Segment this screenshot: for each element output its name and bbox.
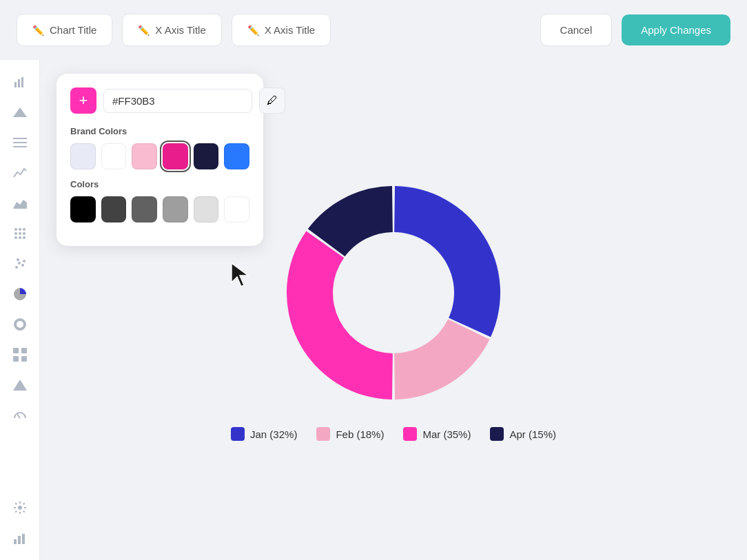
svg-point-12 xyxy=(14,232,17,235)
settings-bottom-icon[interactable] xyxy=(9,497,31,519)
svg-rect-0 xyxy=(14,82,17,87)
color-swatch-white2[interactable] xyxy=(224,196,249,222)
svg-marker-28 xyxy=(13,380,27,391)
svg-rect-31 xyxy=(14,539,17,544)
legend-item-jan: Jan (32%) xyxy=(231,427,297,441)
svg-point-22 xyxy=(23,260,25,262)
circle-icon[interactable] xyxy=(9,313,31,335)
brand-swatch-dark-navy[interactable] xyxy=(194,143,219,169)
legend-item-feb: Feb (18%) xyxy=(316,427,384,441)
svg-rect-25 xyxy=(21,348,27,353)
list-icon[interactable] xyxy=(9,132,31,154)
donut-chart xyxy=(228,165,559,420)
x-axis-title-button-1[interactable]: ✏️ X Axis Title xyxy=(122,14,221,46)
cp-add-button[interactable]: + xyxy=(70,87,96,114)
eyedrop-icon: 🖊 xyxy=(267,94,278,107)
gauge-icon[interactable] xyxy=(9,404,31,426)
cancel-label: Cancel xyxy=(560,24,593,36)
apply-changes-button[interactable]: Apply Changes xyxy=(622,14,730,45)
svg-line-29 xyxy=(17,414,20,418)
legend-label-feb: Feb (18%) xyxy=(336,428,384,440)
main-area: + 🖊 Brand Colors Colors xyxy=(0,60,747,560)
cp-hex-input[interactable] xyxy=(103,89,252,113)
line-chart-icon[interactable] xyxy=(9,162,31,184)
svg-point-11 xyxy=(23,228,25,231)
svg-marker-4 xyxy=(13,107,27,117)
svg-rect-24 xyxy=(13,348,19,353)
svg-rect-33 xyxy=(22,534,25,544)
svg-point-30 xyxy=(18,506,22,510)
x-axis-title-label-2: X Axis Title xyxy=(265,24,315,36)
color-swatch-medium-gray[interactable] xyxy=(132,196,157,222)
table-grid-icon[interactable] xyxy=(9,344,31,366)
chart-title-label: Chart Title xyxy=(50,24,96,36)
legend-label-apr: Apr (15%) xyxy=(509,428,556,440)
color-swatch-light-gray[interactable] xyxy=(194,196,219,222)
area-chart-icon[interactable] xyxy=(9,192,31,214)
pencil-icon-2: ✏️ xyxy=(138,25,150,36)
chart-legend: Jan (32%) Feb (18%) Mar (35%) Apr (15%) xyxy=(231,427,556,441)
svg-rect-6 xyxy=(13,142,27,143)
legend-swatch-jan xyxy=(231,427,245,441)
pencil-icon: ✏️ xyxy=(32,25,44,36)
sidebar xyxy=(0,60,40,560)
cancel-button[interactable]: Cancel xyxy=(540,14,613,46)
brand-colors-label: Brand Colors xyxy=(70,126,249,136)
svg-marker-8 xyxy=(13,200,27,209)
svg-point-10 xyxy=(19,228,21,231)
x-axis-title-label-1: X Axis Title xyxy=(155,24,205,36)
scatter-icon[interactable] xyxy=(9,253,31,275)
bar-chart-icon[interactable] xyxy=(9,71,31,93)
legend-label-jan: Jan (32%) xyxy=(250,428,297,440)
bar-detail-icon[interactable] xyxy=(9,527,31,549)
brand-colors-row xyxy=(70,143,249,169)
legend-item-apr: Apr (15%) xyxy=(490,427,556,441)
svg-point-13 xyxy=(19,232,21,235)
x-axis-title-button-2[interactable]: ✏️ X Axis Title xyxy=(232,14,331,46)
color-picker-popup: + 🖊 Brand Colors Colors xyxy=(57,74,263,246)
pencil-icon-3: ✏️ xyxy=(247,25,259,36)
brand-swatch-light-lavender[interactable] xyxy=(70,143,96,169)
cp-top-row: + 🖊 xyxy=(70,87,249,114)
colors-row xyxy=(70,196,249,222)
color-swatch-dark-gray[interactable] xyxy=(101,196,127,222)
svg-point-23 xyxy=(15,320,25,329)
colors-label: Colors xyxy=(70,179,249,189)
svg-rect-2 xyxy=(21,77,23,87)
brand-swatch-bright-blue[interactable] xyxy=(224,143,249,169)
svg-rect-27 xyxy=(21,356,27,362)
svg-rect-5 xyxy=(13,138,27,139)
color-swatch-gray[interactable] xyxy=(163,196,188,222)
legend-label-mar: Mar (35%) xyxy=(422,428,471,440)
legend-swatch-feb xyxy=(316,427,330,441)
brand-swatch-white[interactable] xyxy=(101,143,127,169)
svg-point-19 xyxy=(18,262,21,265)
svg-point-16 xyxy=(19,236,21,239)
triangle-icon[interactable] xyxy=(9,374,31,396)
svg-rect-1 xyxy=(18,79,20,87)
legend-swatch-mar xyxy=(403,427,417,441)
svg-point-20 xyxy=(21,264,24,267)
svg-point-15 xyxy=(14,236,17,239)
svg-point-9 xyxy=(14,228,17,231)
svg-point-14 xyxy=(23,232,25,235)
svg-rect-32 xyxy=(18,536,21,544)
brand-swatch-hot-pink[interactable] xyxy=(163,143,188,169)
legend-swatch-apr xyxy=(490,427,504,441)
brand-swatch-light-pink[interactable] xyxy=(132,143,157,169)
top-bar: ✏️ Chart Title ✏️ X Axis Title ✏️ X Axis… xyxy=(0,0,747,60)
color-swatch-black[interactable] xyxy=(70,196,96,222)
legend-item-mar: Mar (35%) xyxy=(403,427,471,441)
cp-eyedrop-button[interactable]: 🖊 xyxy=(259,87,285,114)
apply-label: Apply Changes xyxy=(641,24,711,36)
content-area: + 🖊 Brand Colors Colors xyxy=(40,60,747,560)
cp-add-label: + xyxy=(79,92,88,110)
svg-point-21 xyxy=(17,258,19,261)
dot-grid-icon[interactable] xyxy=(9,222,31,245)
svg-point-18 xyxy=(15,266,18,269)
chart-title-button[interactable]: ✏️ Chart Title xyxy=(17,14,112,46)
mountain-chart-icon[interactable] xyxy=(9,101,31,123)
svg-rect-26 xyxy=(13,356,19,362)
pie-chart-icon[interactable] xyxy=(9,283,31,305)
svg-rect-7 xyxy=(13,146,27,147)
